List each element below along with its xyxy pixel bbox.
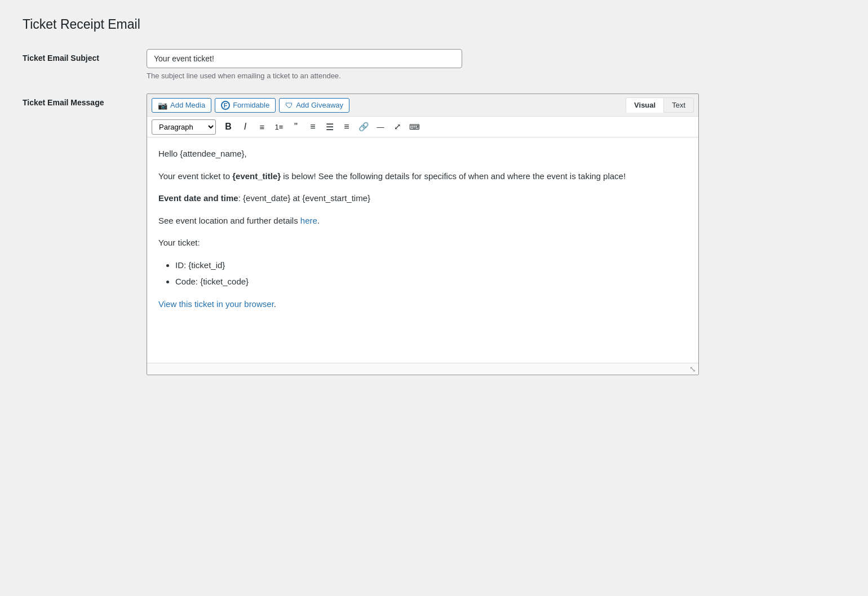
page-title: Ticket Receipt Email (23, 17, 845, 32)
add-giveaway-button[interactable]: 🛡 Add Giveaway (279, 98, 349, 113)
formidable-button[interactable]: F Formidable (215, 98, 276, 113)
formidable-label: Formidable (233, 101, 269, 109)
align-right-button[interactable]: ≡ (339, 119, 355, 135)
subject-row: Ticket Email Subject The subject line us… (23, 49, 845, 80)
bold-button[interactable]: B (220, 119, 236, 135)
ticket-list: ID: {ticket_id} Code: {ticket_code} (175, 258, 687, 289)
text-tab[interactable]: Text (664, 97, 694, 113)
subject-input[interactable] (147, 49, 462, 68)
editor-toolbar-top: 📷 Add Media F Formidable 🛡 Add Giveaway … (147, 94, 698, 117)
content-browser-link: View this ticket in your browser. (158, 297, 687, 312)
view-ticket-link[interactable]: View this ticket in your browser (158, 299, 274, 309)
ticket-code-item: Code: {ticket_code} (175, 274, 687, 289)
content-event-title: {event_title} (232, 171, 281, 181)
ordered-list-button[interactable]: 1≡ (271, 119, 287, 135)
subject-field-wrapper: The subject line used when emailing a ti… (147, 49, 845, 80)
media-icon: 📷 (158, 101, 167, 110)
formidable-icon: F (221, 101, 230, 110)
link-button[interactable]: 🔗 (356, 119, 371, 135)
editor-buttons-left: 📷 Add Media F Formidable 🛡 Add Giveaway (152, 98, 349, 113)
paragraph-format-select[interactable]: Paragraph Heading 1 Heading 2 Heading 3 … (152, 119, 216, 135)
content-intro: Your event ticket to {event_title} is be… (158, 169, 687, 184)
here-link[interactable]: here (300, 216, 317, 225)
view-tabs: Visual Text (626, 97, 694, 113)
editor-format-bar: Paragraph Heading 1 Heading 2 Heading 3 … (147, 117, 698, 137)
visual-tab[interactable]: Visual (626, 97, 664, 113)
content-event-datetime: Event date and time: {event_date} at {ev… (158, 191, 687, 206)
content-event-date-label: Event date and time (158, 193, 238, 203)
unordered-list-button[interactable]: ≡ (254, 119, 270, 135)
align-left-button[interactable]: ≡ (305, 119, 321, 135)
resize-icon: ⤡ (689, 364, 696, 373)
horizontal-rule-button[interactable]: — (373, 119, 388, 135)
editor-wrapper: 📷 Add Media F Formidable 🛡 Add Giveaway … (147, 94, 699, 375)
giveaway-icon: 🛡 (285, 101, 293, 110)
italic-button[interactable]: I (237, 119, 253, 135)
message-label: Ticket Email Message (23, 94, 147, 107)
content-location: See event location and further details h… (158, 214, 687, 228)
content-greeting: Hello {attendee_name}, (158, 146, 687, 161)
fullscreen-button[interactable]: ⤢ (389, 119, 405, 135)
subject-description: The subject line used when emailing a ti… (147, 72, 845, 80)
editor-content[interactable]: Hello {attendee_name}, Your event ticket… (147, 137, 698, 363)
add-giveaway-label: Add Giveaway (296, 101, 343, 109)
keyboard-button[interactable]: ⌨ (406, 119, 422, 135)
add-media-label: Add Media (170, 101, 205, 109)
message-field-wrapper: 📷 Add Media F Formidable 🛡 Add Giveaway … (147, 94, 845, 375)
blockquote-button[interactable]: " (288, 119, 304, 135)
editor-resize-handle[interactable]: ⤡ (147, 363, 698, 375)
ticket-id-item: ID: {ticket_id} (175, 258, 687, 273)
subject-label: Ticket Email Subject (23, 49, 147, 63)
add-media-button[interactable]: 📷 Add Media (152, 98, 211, 113)
message-row: Ticket Email Message 📷 Add Media F Formi… (23, 94, 845, 375)
align-center-button[interactable]: ☰ (322, 119, 338, 135)
content-your-ticket: Your ticket: (158, 235, 687, 250)
